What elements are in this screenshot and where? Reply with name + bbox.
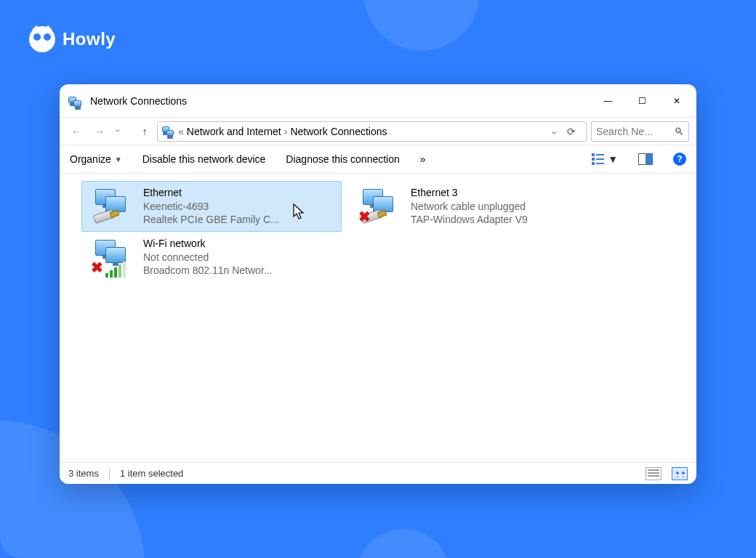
status-separator (109, 468, 110, 480)
close-button[interactable]: ✕ (659, 84, 693, 117)
breadcrumb-segment[interactable]: Network and Internet (187, 126, 281, 137)
explorer-window: Network Connections — ☐ ✕ ← → ⌄ ↑ « Netw… (60, 84, 696, 484)
search-icon: 🔍︎ (674, 126, 684, 137)
path-dropdown-icon[interactable]: ⌄ (550, 127, 558, 135)
network-item-ethernet[interactable]: Ethernet Keenetic-4693 Realtek PCIe GBE … (81, 181, 342, 232)
back-button[interactable]: ← (67, 122, 86, 141)
address-bar-row: ← → ⌄ ↑ « Network and Internet › Network… (60, 117, 696, 145)
item-name: Ethernet 3 (411, 186, 528, 200)
adapter-icon (92, 189, 133, 224)
preview-pane-button[interactable] (638, 153, 653, 165)
path-prefix: « (178, 126, 184, 137)
svg-rect-3 (596, 158, 604, 160)
maximize-button[interactable]: ☐ (625, 84, 659, 117)
svg-rect-7 (646, 154, 653, 165)
window-icon (68, 94, 83, 108)
cursor-icon (293, 203, 306, 221)
item-status: Keenetic-4693 (143, 200, 279, 214)
details-view-button[interactable] (646, 467, 662, 480)
svg-rect-4 (592, 162, 595, 165)
icons-view-button[interactable] (672, 467, 688, 480)
item-count: 3 items (68, 468, 99, 479)
bg-bump (363, 0, 480, 51)
selection-count: 1 item selected (120, 468, 183, 479)
disable-device-button[interactable]: Disable this network device (142, 153, 266, 165)
search-input[interactable]: Search Ne... 🔍︎ (591, 121, 689, 142)
help-button[interactable]: ? (673, 153, 686, 166)
command-bar: Organize▼ Disable this network device Di… (60, 145, 696, 174)
network-item-wifi[interactable]: ✖ Wi-Fi network Not connected Broadcom 8… (81, 232, 342, 283)
up-button[interactable]: ↑ (137, 122, 153, 141)
wifi-signal-icon (105, 262, 126, 278)
svg-rect-2 (592, 158, 595, 161)
item-status: Network cable unplugged (411, 200, 528, 214)
item-name: Ethernet (143, 186, 279, 200)
forward-button[interactable]: → (90, 122, 109, 141)
item-device: TAP-Windows Adapter V9 (411, 213, 528, 227)
svg-rect-1 (596, 154, 604, 155)
adapter-icon: ✖ (92, 240, 133, 275)
search-placeholder: Search Ne... (596, 126, 653, 137)
item-device: Broadcom 802.11n Networ... (143, 264, 272, 278)
address-bar[interactable]: « Network and Internet › Network Connect… (157, 121, 587, 142)
brand-logo: Howly (29, 26, 116, 52)
brand-name: Howly (63, 29, 116, 49)
item-device: Realtek PCIe GBE Family C... (143, 213, 279, 227)
change-view-button[interactable]: ▼ (592, 153, 618, 165)
status-bar: 3 items 1 item selected (60, 462, 696, 484)
adapter-icon: ✖ (360, 189, 401, 224)
refresh-button[interactable]: ⟳ (561, 122, 582, 141)
svg-rect-5 (596, 163, 604, 164)
minimize-button[interactable]: — (591, 84, 625, 117)
window-title: Network Connections (90, 95, 187, 107)
diagnose-button[interactable]: Diagnose this connection (286, 153, 399, 165)
breadcrumb-segment[interactable]: Network Connections (290, 126, 387, 137)
item-name: Wi-Fi network (143, 237, 272, 251)
organize-menu[interactable]: Organize▼ (70, 153, 122, 165)
title-bar[interactable]: Network Connections — ☐ ✕ (60, 84, 696, 117)
items-pane[interactable]: Ethernet Keenetic-4693 Realtek PCIe GBE … (60, 174, 696, 462)
recent-locations-button[interactable]: ⌄ (113, 124, 132, 137)
network-item-ethernet3[interactable]: ✖ Ethernet 3 Network cable unplugged TAP… (349, 181, 609, 232)
item-status: Not connected (143, 251, 272, 264)
more-commands-button[interactable]: » (420, 153, 426, 165)
breadcrumb-separator: › (284, 126, 288, 137)
error-x-icon: ✖ (91, 262, 104, 275)
owl-icon (29, 26, 55, 52)
path-icon (162, 125, 175, 138)
svg-rect-0 (592, 153, 595, 156)
bg-bump (356, 529, 451, 558)
error-x-icon: ✖ (358, 211, 371, 224)
